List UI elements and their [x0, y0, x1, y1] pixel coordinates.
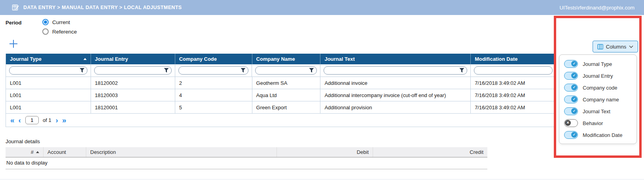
menu-item-company-name[interactable]: ✓ Company name [559, 94, 636, 105]
sort-asc-icon [83, 58, 87, 60]
toggle-on[interactable]: ✓ [564, 107, 578, 115]
divider [0, 179, 644, 180]
page-total: 1 [48, 117, 51, 123]
last-page-button[interactable]: » [61, 116, 68, 124]
page-number-input[interactable] [25, 116, 39, 124]
pagination-bar: « ‹ of 1 › » [6, 114, 556, 127]
toggle-on[interactable]: ✓ [564, 72, 578, 80]
filter-input-company-code[interactable] [178, 66, 249, 75]
details-column-description[interactable]: Description [86, 147, 277, 157]
columns-dropdown-menu: ✓ Journal Type ✓ Journal Entry ✓ Company… [559, 54, 637, 144]
column-header-journal-text[interactable]: Journal Text [320, 54, 471, 64]
radio-unselected-icon[interactable] [42, 28, 49, 35]
data-entry-grid-pencil-icon [12, 4, 19, 11]
filter-input-company-name[interactable] [255, 66, 317, 75]
period-section: Period Current Reference [6, 19, 77, 35]
filter-funnel-icon[interactable] [80, 68, 85, 73]
menu-item-journal-type[interactable]: ✓ Journal Type [559, 58, 636, 70]
add-journal-button[interactable] [9, 39, 18, 49]
top-bar: DATA ENTRY > MANUAL DATA ENTRY > LOCAL A… [0, 0, 644, 15]
journal-details-section: Journal details # Account Description De… [6, 138, 487, 169]
check-icon: ✓ [573, 86, 576, 89]
filter-input-journal-type[interactable] [9, 66, 87, 75]
previous-page-button[interactable]: ‹ [17, 116, 22, 124]
column-header-company-name[interactable]: Company Name [252, 54, 321, 64]
details-column-debit[interactable]: Debit [277, 147, 373, 157]
toggle-on[interactable]: ✓ [564, 60, 578, 68]
menu-item-company-code[interactable]: ✓ Company code [559, 82, 636, 94]
chevron-down-icon [629, 45, 633, 48]
page-of-label: of [43, 117, 47, 123]
menu-item-journal-entry[interactable]: ✓ Journal Entry [559, 70, 636, 82]
filter-input-journal-entry[interactable] [94, 66, 172, 75]
table-row[interactable]: L001 18120001 5 Green Export Additionnal… [6, 101, 556, 114]
filter-input-modification-date[interactable] [474, 66, 553, 75]
column-header-journal-entry[interactable]: Journal Entry [91, 54, 175, 64]
table-row[interactable]: L001 18120002 2 Geotherm SA Additionnal … [6, 77, 556, 89]
empty-message: No data to display [6, 157, 487, 169]
check-icon: ✓ [573, 97, 576, 101]
check-icon: ✓ [573, 62, 576, 65]
filter-funnel-icon[interactable] [241, 68, 246, 73]
next-page-button[interactable]: › [55, 116, 59, 124]
toggle-on[interactable]: ✓ [564, 95, 578, 103]
filter-funnel-icon[interactable] [164, 68, 169, 73]
app-window: DATA ENTRY > MANUAL DATA ENTRY > LOCAL A… [0, 0, 644, 189]
details-column-credit[interactable]: Credit [373, 147, 487, 157]
column-header-company-code[interactable]: Company Code [175, 54, 252, 64]
column-header-journal-type[interactable]: Journal Type [6, 54, 91, 64]
x-icon: ✕ [566, 121, 570, 125]
journal-details-title: Journal details [6, 138, 487, 144]
details-column-number[interactable]: # [6, 147, 44, 157]
journal-table: Journal Type Journal Entry Company Code … [6, 54, 556, 127]
filter-row [6, 64, 556, 77]
period-radio-reference[interactable]: Reference [42, 28, 77, 35]
columns-button[interactable]: Columns [593, 41, 638, 52]
menu-item-behavior[interactable]: ✕ Behavior [559, 117, 636, 129]
details-column-account[interactable]: Account [44, 147, 86, 157]
filter-funnel-icon[interactable] [459, 68, 464, 73]
toggle-off[interactable]: ✕ [564, 119, 578, 127]
radio-selected-icon[interactable] [42, 19, 49, 25]
filter-input-journal-text[interactable] [324, 66, 467, 75]
period-label: Period [6, 19, 42, 35]
check-icon: ✓ [573, 74, 576, 77]
period-radio-current[interactable]: Current [42, 19, 77, 25]
menu-item-modification-date[interactable]: ✓ Modification Date [559, 129, 636, 141]
column-header-modification-date[interactable]: Modification Date [471, 54, 556, 64]
divider [6, 169, 487, 169]
journal-table-header: Journal Type Journal Entry Company Code … [6, 54, 556, 64]
check-icon: ✓ [573, 133, 576, 137]
sort-asc-icon [36, 151, 39, 153]
check-icon: ✓ [573, 109, 576, 113]
table-row[interactable]: L001 18120003 4 Aqua Ltd Additionnal int… [6, 89, 556, 101]
menu-item-journal-text[interactable]: ✓ Journal Text [559, 105, 636, 117]
filter-funnel-icon[interactable] [309, 68, 314, 73]
journal-details-header: # Account Description Debit Credit [6, 147, 487, 157]
columns-icon [597, 44, 603, 50]
logged-in-user: UITests\rferdinand@prophix.com [560, 5, 635, 11]
toggle-on[interactable]: ✓ [564, 131, 578, 139]
first-page-button[interactable]: « [9, 116, 16, 124]
breadcrumb: DATA ENTRY > MANUAL DATA ENTRY > LOCAL A… [23, 5, 182, 10]
toggle-on[interactable]: ✓ [564, 84, 578, 92]
